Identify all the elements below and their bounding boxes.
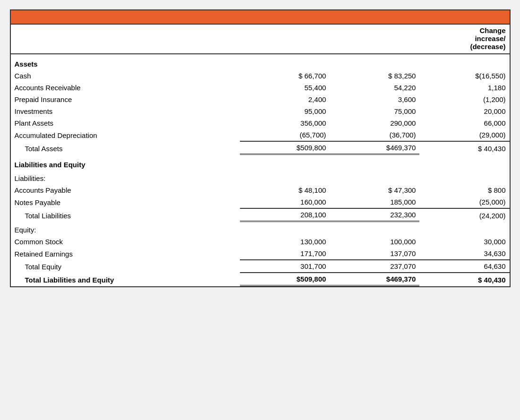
total-value-2017: 232,300 (330, 208, 419, 222)
subheader-label: Equity: (11, 222, 510, 236)
label-header (11, 25, 240, 54)
table-row: Total Assets$509,800$469,370$ 40,430 (11, 141, 510, 154)
column-headers: Changeincrease/(decrease) (11, 25, 510, 54)
row-label: Notes Payable (11, 196, 240, 208)
total-equity-2017: 237,070 (330, 260, 419, 273)
total-value-2017: $469,370 (330, 141, 419, 154)
value-2017: 75,000 (330, 105, 419, 117)
value-change: 1,180 (419, 82, 509, 94)
value-2018: 55,400 (240, 82, 330, 94)
row-label: Retained Earnings (11, 248, 240, 260)
grand-total-label: Total Liabilities and Equity (11, 273, 240, 286)
row-label: Prepaid Insurance (11, 94, 240, 105)
value-change: $(16,550) (419, 70, 509, 82)
total-value-change: $ 40,430 (419, 141, 509, 154)
table-row: Total Liabilities208,100232,300(24,200) (11, 208, 510, 222)
total-value-change: (24,200) (419, 208, 509, 222)
row-label: Cash (11, 70, 240, 82)
subheader-label: Liabilities: (11, 171, 510, 184)
table-row: Total Liabilities and Equity$509,800$469… (11, 273, 510, 286)
value-2018: $ 48,100 (240, 184, 330, 196)
year2017-header (330, 25, 419, 54)
grand-total-2017: $469,370 (330, 273, 419, 286)
total-value-2018: 208,100 (240, 208, 330, 222)
value-2017: $ 83,250 (330, 70, 419, 82)
value-2017: 185,000 (330, 196, 419, 208)
value-change: (1,200) (419, 94, 509, 105)
total-equity-2018: 301,700 (240, 260, 330, 273)
table-row: Equity: (11, 222, 510, 236)
table-row: Accounts Receivable55,40054,2201,180 (11, 82, 510, 94)
value-2018: $ 66,700 (240, 70, 330, 82)
value-change: $ 800 (419, 184, 509, 196)
value-2017: 54,220 (330, 82, 419, 94)
table-row: Cash$ 66,700$ 83,250$(16,550) (11, 70, 510, 82)
value-change: 20,000 (419, 105, 509, 117)
grand-total-2018: $509,800 (240, 273, 330, 286)
table-row: Assets (11, 54, 510, 70)
value-2018: 171,700 (240, 248, 330, 260)
change-header: Changeincrease/(decrease) (419, 25, 509, 54)
table-row: Prepaid Insurance2,4003,600(1,200) (11, 94, 510, 105)
total-label: Total Assets (11, 141, 240, 154)
total-equity-change: 64,630 (419, 260, 509, 273)
value-change: (25,000) (419, 196, 509, 208)
value-change: 30,000 (419, 236, 509, 248)
table-row: Common Stock130,000100,00030,000 (11, 236, 510, 248)
year2018-header (240, 25, 330, 54)
value-2018: (65,700) (240, 129, 330, 141)
total-equity-label: Total Equity (11, 260, 240, 273)
table-row: Retained Earnings171,700137,07034,630 (11, 248, 510, 260)
row-label: Accounts Receivable (11, 82, 240, 94)
total-label: Total Liabilities (11, 208, 240, 222)
total-value-2018: $509,800 (240, 141, 330, 154)
section-header-label: Liabilities and Equity (11, 154, 510, 171)
table-row: Plant Assets356,000290,00066,000 (11, 117, 510, 129)
section-header-label: Assets (11, 54, 510, 70)
value-2017: $ 47,300 (330, 184, 419, 196)
table-row: Accounts Payable$ 48,100$ 47,300$ 800 (11, 184, 510, 196)
value-2018: 356,000 (240, 117, 330, 129)
table-row: Total Equity301,700237,07064,630 (11, 260, 510, 273)
balance-sheet-table: Changeincrease/(decrease) AssetsCash$ 66… (11, 25, 510, 286)
table-row: Liabilities: (11, 171, 510, 184)
value-2018: 160,000 (240, 196, 330, 208)
value-change: 66,000 (419, 117, 509, 129)
value-2017: 3,600 (330, 94, 419, 105)
table-row: Liabilities and Equity (11, 154, 510, 171)
value-2018: 130,000 (240, 236, 330, 248)
row-label: Plant Assets (11, 117, 240, 129)
row-label: Accumulated Depreciation (11, 129, 240, 141)
table-row: Notes Payable160,000185,000(25,000) (11, 196, 510, 208)
value-2017: (36,700) (330, 129, 419, 141)
value-2018: 95,000 (240, 105, 330, 117)
row-label: Accounts Payable (11, 184, 240, 196)
value-change: (29,000) (419, 129, 509, 141)
balance-sheet-wrapper: Changeincrease/(decrease) AssetsCash$ 66… (10, 9, 511, 287)
table-row: Accumulated Depreciation(65,700)(36,700)… (11, 129, 510, 141)
table-row: Investments95,00075,00020,000 (11, 105, 510, 117)
grand-total-change: $ 40,430 (419, 273, 509, 286)
value-2017: 137,070 (330, 248, 419, 260)
value-2017: 100,000 (330, 236, 419, 248)
row-label: Investments (11, 105, 240, 117)
value-2017: 290,000 (330, 117, 419, 129)
table-header (11, 10, 510, 25)
value-change: 34,630 (419, 248, 509, 260)
row-label: Common Stock (11, 236, 240, 248)
value-2018: 2,400 (240, 94, 330, 105)
